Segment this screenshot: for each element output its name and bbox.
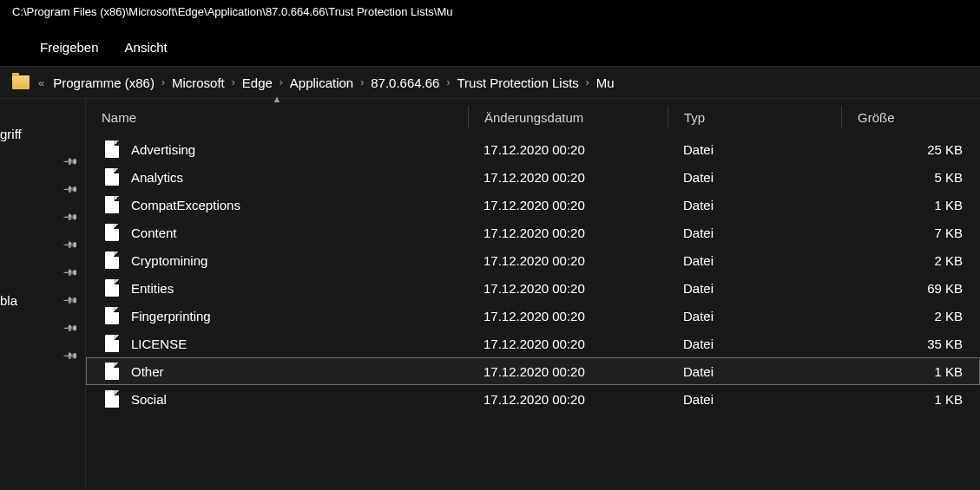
file-size: 1 KB (841, 364, 980, 379)
file-size: 2 KB (841, 309, 980, 323)
window-title: C:\Program Files (x86)\Microsoft\Edge\Ap… (0, 0, 980, 28)
sidebar-item[interactable]: 📌 (0, 175, 85, 203)
file-name-cell: LICENSE (86, 335, 468, 352)
sidebar-item[interactable]: 📌 (0, 258, 85, 286)
file-size: 7 KB (841, 225, 980, 240)
file-row[interactable]: LICENSE17.12.2020 00:20Datei35 KB (86, 330, 980, 357)
file-date: 17.12.2020 00:20 (468, 281, 668, 296)
file-icon (105, 140, 119, 158)
breadcrumb-segment[interactable]: Mu (596, 75, 615, 90)
menu-view[interactable]: Ansicht (125, 40, 168, 55)
breadcrumb-segment[interactable]: Application (290, 75, 353, 90)
chevron-right-icon[interactable]: › (278, 76, 285, 88)
sidebar-item[interactable]: 📌 (0, 203, 85, 231)
file-name: Advertising (131, 142, 195, 157)
file-row[interactable]: Content17.12.2020 00:20Datei7 KB (86, 219, 980, 246)
file-list: Name ▲ Änderungsdatum Typ Größe Advertis… (85, 99, 980, 490)
file-size: 25 KB (841, 142, 980, 157)
menu-share[interactable]: Freigeben (40, 40, 99, 55)
pin-icon: 📌 (62, 347, 78, 363)
sidebar-item[interactable]: bla📌 (0, 286, 85, 314)
menu-bar: Freigeben Ansicht (0, 28, 980, 66)
sidebar-item[interactable]: 📌 (0, 147, 85, 175)
file-name: Fingerprinting (131, 309, 211, 323)
column-name[interactable]: Name ▲ (86, 106, 468, 128)
history-overflow-icon[interactable]: « (38, 76, 44, 89)
address-bar[interactable]: « Programme (x86)›Microsoft›Edge›Applica… (0, 66, 980, 99)
chevron-right-icon[interactable]: › (584, 76, 591, 88)
file-size: 1 KB (841, 392, 980, 407)
file-row[interactable]: Social17.12.2020 00:20Datei1 KB (86, 385, 980, 413)
file-size: 5 KB (841, 170, 980, 185)
breadcrumb-segment[interactable]: 87.0.664.66 (371, 75, 439, 90)
file-icon (105, 390, 119, 408)
file-name-cell: Social (86, 390, 468, 408)
file-type: Datei (668, 309, 841, 323)
file-icon (105, 196, 119, 213)
file-row[interactable]: Fingerprinting17.12.2020 00:20Datei2 KB (86, 302, 980, 330)
file-name-cell: Entities (86, 279, 468, 297)
column-headers: Name ▲ Änderungsdatum Typ Größe (86, 99, 980, 135)
breadcrumb-segment[interactable]: Programme (x86) (53, 75, 155, 90)
file-date: 17.12.2020 00:20 (468, 253, 668, 268)
file-type: Datei (668, 281, 841, 296)
pin-icon: 📌 (62, 180, 78, 197)
file-type: Datei (668, 142, 841, 157)
file-date: 17.12.2020 00:20 (468, 170, 668, 185)
pin-icon: 📌 (62, 291, 78, 308)
chevron-right-icon[interactable]: › (444, 76, 451, 88)
file-date: 17.12.2020 00:20 (468, 336, 668, 351)
file-name-cell: Advertising (86, 140, 468, 158)
file-row[interactable]: CompatExceptions17.12.2020 00:20Datei1 K… (86, 191, 980, 219)
file-row[interactable]: Other17.12.2020 00:20Datei1 KB (86, 357, 980, 385)
breadcrumb-segment[interactable]: Edge (242, 75, 273, 90)
file-icon (105, 363, 119, 380)
file-row[interactable]: Analytics17.12.2020 00:20Datei5 KB (86, 163, 980, 191)
file-type: Datei (668, 170, 841, 185)
pin-icon: 📌 (62, 264, 78, 280)
file-name: Cryptomining (131, 253, 207, 268)
file-type: Datei (668, 336, 841, 351)
chevron-right-icon[interactable]: › (230, 76, 237, 88)
file-row[interactable]: Entities17.12.2020 00:20Datei69 KB (86, 274, 980, 302)
file-date: 17.12.2020 00:20 (468, 392, 668, 407)
file-date: 17.12.2020 00:20 (468, 142, 668, 157)
file-name: Other (131, 364, 164, 379)
file-size: 69 KB (841, 281, 980, 296)
file-name-cell: CompatExceptions (86, 196, 468, 213)
file-name-cell: Other (86, 363, 468, 380)
file-size: 35 KB (841, 336, 980, 351)
chevron-right-icon[interactable]: › (160, 76, 167, 88)
file-name-cell: Analytics (86, 168, 468, 186)
file-name-cell: Fingerprinting (86, 307, 468, 324)
column-modified[interactable]: Änderungsdatum (468, 106, 668, 128)
file-name-cell: Content (86, 224, 468, 241)
file-name: Entities (131, 281, 174, 296)
file-name-cell: Cryptomining (86, 252, 468, 269)
column-name-label: Name (102, 110, 136, 125)
sidebar-item[interactable]: 📌 (0, 314, 85, 342)
column-size[interactable]: Größe (841, 106, 980, 128)
file-date: 17.12.2020 00:20 (468, 364, 668, 379)
pin-icon: 📌 (62, 236, 78, 252)
file-icon (105, 279, 119, 297)
breadcrumb-segment[interactable]: Microsoft (172, 75, 225, 90)
chevron-right-icon[interactable]: › (358, 76, 365, 88)
sidebar-item[interactable]: 📌 (0, 342, 85, 369)
sort-ascending-icon: ▲ (273, 94, 282, 104)
file-type: Datei (668, 364, 841, 379)
file-date: 17.12.2020 00:20 (468, 198, 668, 212)
pin-icon: 📌 (62, 153, 78, 169)
file-icon (105, 168, 119, 186)
column-type[interactable]: Typ (668, 106, 841, 128)
file-type: Datei (668, 392, 841, 407)
file-row[interactable]: Advertising17.12.2020 00:20Datei25 KB (86, 135, 980, 163)
folder-icon (12, 75, 30, 89)
file-row[interactable]: Cryptomining17.12.2020 00:20Datei2 KB (86, 246, 980, 274)
file-icon (105, 224, 119, 241)
sidebar-item[interactable]: 📌 (0, 231, 85, 258)
file-icon (105, 335, 119, 352)
sidebar-item[interactable]: griff (0, 120, 85, 147)
sidebar-item-label: bla (0, 293, 17, 308)
breadcrumb-segment[interactable]: Trust Protection Lists (457, 75, 578, 90)
